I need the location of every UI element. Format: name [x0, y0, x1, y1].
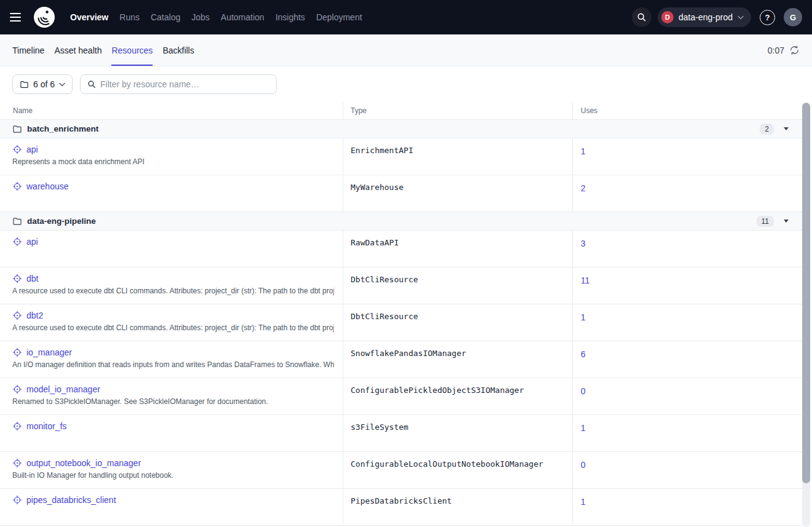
resource-icon	[12, 311, 22, 320]
deployment-name: data-eng-prod	[679, 12, 733, 22]
resource-icon	[12, 181, 22, 191]
resource-name-link[interactable]: io_manager	[26, 347, 72, 357]
resources-table: Name Type Uses batch_enrichment 2 api	[0, 102, 802, 526]
search-button[interactable]	[632, 7, 651, 27]
table-row: output_notebook_io_manager Built-in IO M…	[0, 452, 802, 489]
column-header-uses: Uses	[572, 102, 802, 119]
resource-description: Built-in IO Manager for handling output …	[12, 471, 334, 480]
folder-icon	[12, 216, 22, 226]
refresh-timer: 0:07	[768, 46, 784, 55]
caret-down-icon[interactable]	[784, 220, 789, 223]
resource-type: ConfigurableLocalOutputNotebookIOManager	[343, 452, 572, 488]
resource-uses-link[interactable]: 1	[581, 312, 586, 322]
refresh-icon[interactable]	[789, 45, 800, 55]
resource-icon	[12, 458, 22, 468]
resource-uses-link[interactable]: 6	[581, 349, 586, 359]
resource-uses-link[interactable]: 0	[581, 386, 586, 396]
resource-icon	[12, 421, 22, 431]
tab-timeline[interactable]: Timeline	[12, 34, 44, 66]
question-mark-icon: ?	[765, 13, 770, 22]
nav-item-catalog[interactable]: Catalog	[151, 12, 180, 22]
group-name: batch_enrichment	[27, 124, 98, 133]
nav-item-insights[interactable]: Insights	[276, 12, 305, 22]
chevron-down-icon	[738, 15, 744, 20]
resource-filter-input[interactable]	[100, 79, 269, 89]
column-header-type: Type	[343, 102, 572, 119]
resource-description: Represents a mock data enrichment API	[12, 157, 334, 166]
vertical-scrollbar-thumb[interactable]	[802, 103, 810, 483]
table-row: api Represents a mock data enrichment AP…	[0, 138, 802, 175]
folder-icon	[12, 124, 22, 134]
group-count-badge: 2	[760, 124, 774, 135]
group-row-batch-enrichment[interactable]: batch_enrichment 2	[0, 120, 802, 138]
vertical-scrollbar-track[interactable]	[802, 103, 810, 527]
app-window: Overview Runs Catalog Jobs Automation In…	[0, 0, 812, 527]
user-avatar[interactable]: G	[784, 8, 802, 26]
main-nav: Overview Runs Catalog Jobs Automation In…	[70, 12, 362, 22]
filter-row: 6 of 6	[12, 74, 800, 94]
help-button[interactable]: ?	[760, 10, 775, 25]
table-row: model_io_manager Renamed to S3PickleIOMa…	[0, 378, 802, 415]
resource-name-link[interactable]: api	[26, 237, 38, 247]
resource-type: SnowflakePandasIOManager	[343, 341, 572, 378]
resource-name-link[interactable]: output_notebook_io_manager	[26, 458, 141, 468]
resource-name-link[interactable]: dbt2	[26, 311, 43, 320]
resource-description: A resource used to execute dbt CLI comma…	[12, 287, 334, 295]
resource-name-link[interactable]: api	[26, 145, 38, 154]
column-header-name: Name	[0, 106, 343, 115]
group-name: data-eng-pipeline	[27, 216, 96, 226]
nav-item-deployment[interactable]: Deployment	[316, 12, 362, 22]
nav-item-jobs[interactable]: Jobs	[191, 12, 210, 22]
tab-asset-health[interactable]: Asset health	[54, 34, 102, 66]
tab-resources[interactable]: Resources	[111, 34, 153, 66]
resource-uses-link[interactable]: 1	[581, 423, 586, 433]
navbar-right-cluster: D data-eng-prod ? G	[632, 7, 802, 27]
resource-name-link[interactable]: warehouse	[26, 181, 69, 191]
nav-item-runs[interactable]: Runs	[119, 12, 140, 22]
resource-type: PipesDatabricksClient	[343, 489, 572, 525]
resource-uses-link[interactable]: 0	[581, 460, 586, 470]
resource-uses-link[interactable]: 1	[581, 146, 586, 156]
resource-icon	[12, 347, 22, 357]
resource-type: ConfigurablePickledObjectS3IOManager	[343, 378, 572, 414]
resource-type: DbtCliResource	[343, 304, 572, 341]
resource-filter-field	[80, 74, 277, 94]
resource-description: A resource used to execute dbt CLI comma…	[12, 323, 334, 332]
resource-icon	[12, 495, 22, 505]
dagster-logo-icon[interactable]	[33, 6, 55, 28]
resource-type: MyWarehouse	[343, 175, 572, 212]
top-navbar: Overview Runs Catalog Jobs Automation In…	[0, 0, 812, 34]
resource-uses-link[interactable]: 1	[581, 497, 586, 507]
folder-icon	[20, 80, 29, 89]
caret-down-icon[interactable]	[784, 127, 789, 130]
table-row: api RawDataAPI 3	[0, 231, 802, 267]
resource-uses-link[interactable]: 2	[581, 183, 586, 193]
deployment-switcher[interactable]: D data-eng-prod	[658, 7, 751, 27]
menu-icon[interactable]	[10, 9, 27, 26]
nav-item-automation[interactable]: Automation	[221, 12, 265, 22]
resource-icon	[12, 237, 22, 247]
resource-uses-link[interactable]: 11	[581, 275, 590, 285]
tab-backfills[interactable]: Backfills	[162, 34, 194, 66]
deployment-badge: D	[661, 11, 674, 23]
tabs: Timeline Asset health Resources Backfill…	[12, 34, 194, 66]
table-row: dbt2 A resource used to execute dbt CLI …	[0, 304, 802, 341]
table-row: monitor_fs s3FileSystem 1	[0, 415, 802, 452]
table-row: dbt A resource used to execute dbt CLI c…	[0, 267, 802, 304]
nav-item-overview[interactable]: Overview	[70, 12, 108, 22]
resource-uses-link[interactable]: 3	[581, 239, 586, 248]
resource-name-link[interactable]: dbt	[26, 274, 38, 283]
table-row: io_manager An I/O manager definition tha…	[0, 341, 802, 378]
resource-icon	[12, 384, 22, 394]
group-count-badge: 11	[757, 216, 774, 227]
table-header: Name Type Uses	[0, 102, 802, 120]
chevron-down-icon	[59, 82, 65, 87]
resource-name-link[interactable]: pipes_databricks_client	[26, 495, 116, 505]
section-tabbar: Timeline Asset health Resources Backfill…	[0, 34, 812, 66]
resource-count-dropdown[interactable]: 6 of 6	[12, 74, 73, 94]
resource-name-link[interactable]: model_io_manager	[26, 384, 100, 394]
resource-type: s3FileSystem	[343, 415, 572, 451]
group-row-data-eng-pipeline[interactable]: data-eng-pipeline 11	[0, 212, 802, 231]
search-icon	[87, 80, 96, 89]
resource-name-link[interactable]: monitor_fs	[26, 421, 66, 431]
